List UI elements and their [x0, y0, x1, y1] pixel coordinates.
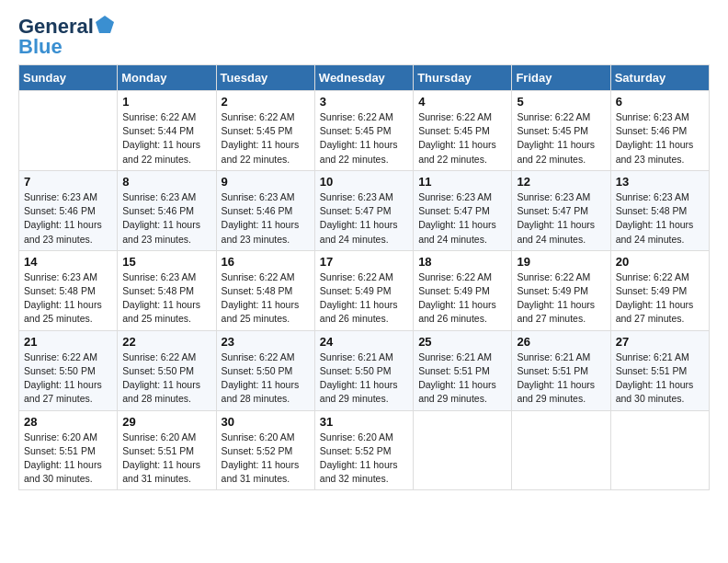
calendar-cell: 13 Sunrise: 6:23 AMSunset: 5:48 PMDaylig…	[610, 170, 709, 250]
day-detail: Sunrise: 6:23 AMSunset: 5:46 PMDaylight:…	[122, 190, 210, 247]
calendar-cell: 25 Sunrise: 6:21 AMSunset: 5:51 PMDaylig…	[414, 330, 512, 410]
day-number: 22	[122, 335, 210, 349]
calendar-week-row: 21 Sunrise: 6:22 AMSunset: 5:50 PMDaylig…	[19, 330, 710, 410]
calendar-cell	[610, 410, 709, 490]
calendar-cell: 15 Sunrise: 6:23 AMSunset: 5:48 PMDaylig…	[118, 250, 216, 330]
day-detail: Sunrise: 6:23 AMSunset: 5:47 PMDaylight:…	[517, 190, 605, 247]
day-detail: Sunrise: 6:23 AMSunset: 5:46 PMDaylight:…	[24, 190, 112, 247]
day-number: 24	[320, 335, 408, 349]
svg-marker-0	[96, 16, 114, 33]
calendar-cell: 31 Sunrise: 6:20 AMSunset: 5:52 PMDaylig…	[314, 410, 413, 490]
page: General Blue SundayMondayTuesdayWednesda…	[0, 0, 728, 500]
calendar-cell: 24 Sunrise: 6:21 AMSunset: 5:50 PMDaylig…	[314, 330, 413, 410]
calendar-cell: 8 Sunrise: 6:23 AMSunset: 5:46 PMDayligh…	[118, 170, 216, 250]
day-number: 11	[418, 175, 506, 189]
day-number: 16	[222, 255, 310, 269]
day-detail: Sunrise: 6:23 AMSunset: 5:47 PMDaylight:…	[320, 190, 408, 247]
day-number: 20	[616, 255, 704, 269]
day-detail: Sunrise: 6:23 AMSunset: 5:46 PMDaylight:…	[616, 110, 704, 167]
calendar-cell: 30 Sunrise: 6:20 AMSunset: 5:52 PMDaylig…	[216, 410, 314, 490]
day-detail: Sunrise: 6:21 AMSunset: 5:51 PMDaylight:…	[616, 350, 704, 407]
calendar-cell: 28 Sunrise: 6:20 AMSunset: 5:51 PMDaylig…	[19, 410, 118, 490]
weekday-header-cell: Saturday	[610, 65, 709, 91]
day-number: 2	[222, 95, 310, 109]
day-number: 21	[24, 335, 112, 349]
calendar-body: 1 Sunrise: 6:22 AMSunset: 5:44 PMDayligh…	[19, 91, 710, 490]
calendar-cell: 4 Sunrise: 6:22 AMSunset: 5:45 PMDayligh…	[414, 91, 512, 171]
calendar-cell: 23 Sunrise: 6:22 AMSunset: 5:50 PMDaylig…	[216, 330, 314, 410]
calendar-cell: 18 Sunrise: 6:22 AMSunset: 5:49 PMDaylig…	[414, 250, 512, 330]
day-detail: Sunrise: 6:22 AMSunset: 5:49 PMDaylight:…	[517, 270, 605, 327]
day-detail: Sunrise: 6:22 AMSunset: 5:49 PMDaylight:…	[418, 270, 506, 327]
calendar-cell: 29 Sunrise: 6:20 AMSunset: 5:51 PMDaylig…	[118, 410, 216, 490]
calendar-week-row: 7 Sunrise: 6:23 AMSunset: 5:46 PMDayligh…	[19, 170, 710, 250]
day-detail: Sunrise: 6:23 AMSunset: 5:47 PMDaylight:…	[418, 190, 506, 247]
logo: General Blue	[18, 17, 115, 57]
day-number: 25	[418, 335, 506, 349]
day-detail: Sunrise: 6:22 AMSunset: 5:48 PMDaylight:…	[222, 270, 310, 327]
day-number: 31	[320, 415, 408, 429]
calendar-cell: 2 Sunrise: 6:22 AMSunset: 5:45 PMDayligh…	[216, 91, 314, 171]
day-number: 8	[122, 175, 210, 189]
day-number: 10	[320, 175, 408, 189]
day-number: 9	[222, 175, 310, 189]
day-number: 1	[122, 95, 210, 109]
calendar-cell: 7 Sunrise: 6:23 AMSunset: 5:46 PMDayligh…	[19, 170, 118, 250]
day-detail: Sunrise: 6:20 AMSunset: 5:51 PMDaylight:…	[24, 431, 112, 487]
day-number: 29	[122, 415, 210, 429]
day-number: 12	[517, 175, 605, 189]
day-number: 4	[418, 95, 506, 109]
logo-blue: Blue	[18, 37, 115, 57]
day-detail: Sunrise: 6:20 AMSunset: 5:52 PMDaylight:…	[222, 431, 310, 487]
weekday-header-cell: Wednesday	[314, 65, 413, 91]
weekday-header-cell: Sunday	[19, 65, 118, 91]
day-detail: Sunrise: 6:23 AMSunset: 5:48 PMDaylight:…	[24, 270, 112, 327]
calendar-cell: 12 Sunrise: 6:23 AMSunset: 5:47 PMDaylig…	[512, 170, 610, 250]
weekday-header-cell: Friday	[512, 65, 610, 91]
calendar-cell: 21 Sunrise: 6:22 AMSunset: 5:50 PMDaylig…	[19, 330, 118, 410]
day-number: 3	[320, 95, 408, 109]
calendar-cell: 1 Sunrise: 6:22 AMSunset: 5:44 PMDayligh…	[118, 91, 216, 171]
calendar-cell: 14 Sunrise: 6:23 AMSunset: 5:48 PMDaylig…	[19, 250, 118, 330]
day-detail: Sunrise: 6:22 AMSunset: 5:50 PMDaylight:…	[222, 350, 310, 407]
day-number: 17	[320, 255, 408, 269]
calendar-cell	[512, 410, 610, 490]
day-detail: Sunrise: 6:22 AMSunset: 5:45 PMDaylight:…	[517, 110, 605, 167]
calendar-cell	[19, 91, 118, 171]
day-number: 30	[222, 415, 310, 429]
day-detail: Sunrise: 6:22 AMSunset: 5:50 PMDaylight:…	[24, 350, 112, 407]
day-number: 5	[517, 95, 605, 109]
calendar-cell: 5 Sunrise: 6:22 AMSunset: 5:45 PMDayligh…	[512, 91, 610, 171]
day-number: 19	[517, 255, 605, 269]
day-number: 6	[616, 95, 704, 109]
calendar-week-row: 28 Sunrise: 6:20 AMSunset: 5:51 PMDaylig…	[19, 410, 710, 490]
day-detail: Sunrise: 6:23 AMSunset: 5:46 PMDaylight:…	[222, 190, 310, 247]
weekday-header-cell: Thursday	[414, 65, 512, 91]
day-number: 28	[24, 415, 112, 429]
calendar-cell: 3 Sunrise: 6:22 AMSunset: 5:45 PMDayligh…	[314, 91, 413, 171]
weekday-header-cell: Monday	[118, 65, 216, 91]
logo-icon	[95, 15, 115, 35]
calendar-cell: 6 Sunrise: 6:23 AMSunset: 5:46 PMDayligh…	[610, 91, 709, 171]
day-detail: Sunrise: 6:21 AMSunset: 5:50 PMDaylight:…	[320, 350, 408, 407]
day-detail: Sunrise: 6:22 AMSunset: 5:49 PMDaylight:…	[320, 270, 408, 327]
calendar-cell: 22 Sunrise: 6:22 AMSunset: 5:50 PMDaylig…	[118, 330, 216, 410]
day-detail: Sunrise: 6:23 AMSunset: 5:48 PMDaylight:…	[616, 190, 704, 247]
day-detail: Sunrise: 6:22 AMSunset: 5:44 PMDaylight:…	[122, 110, 210, 167]
calendar-cell: 26 Sunrise: 6:21 AMSunset: 5:51 PMDaylig…	[512, 330, 610, 410]
day-detail: Sunrise: 6:20 AMSunset: 5:52 PMDaylight:…	[320, 431, 408, 487]
calendar-cell: 10 Sunrise: 6:23 AMSunset: 5:47 PMDaylig…	[314, 170, 413, 250]
calendar-cell: 17 Sunrise: 6:22 AMSunset: 5:49 PMDaylig…	[314, 250, 413, 330]
calendar-cell: 9 Sunrise: 6:23 AMSunset: 5:46 PMDayligh…	[216, 170, 314, 250]
day-number: 23	[222, 335, 310, 349]
calendar-table: SundayMondayTuesdayWednesdayThursdayFrid…	[18, 64, 710, 490]
logo-text: General	[18, 17, 94, 37]
day-detail: Sunrise: 6:21 AMSunset: 5:51 PMDaylight:…	[418, 350, 506, 407]
weekday-header-row: SundayMondayTuesdayWednesdayThursdayFrid…	[19, 65, 710, 91]
calendar-cell: 19 Sunrise: 6:22 AMSunset: 5:49 PMDaylig…	[512, 250, 610, 330]
day-detail: Sunrise: 6:22 AMSunset: 5:45 PMDaylight:…	[418, 110, 506, 167]
calendar-cell	[414, 410, 512, 490]
calendar-cell: 20 Sunrise: 6:22 AMSunset: 5:49 PMDaylig…	[610, 250, 709, 330]
weekday-header-cell: Tuesday	[216, 65, 314, 91]
day-detail: Sunrise: 6:22 AMSunset: 5:50 PMDaylight:…	[122, 350, 210, 407]
